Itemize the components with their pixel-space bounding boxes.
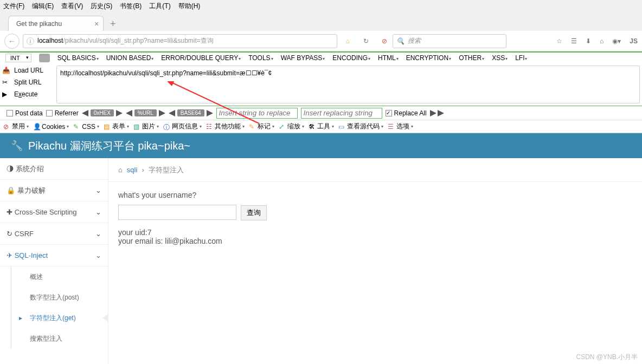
- insert-replace[interactable]: [301, 108, 382, 119]
- dev-cookies[interactable]: 👤Cookies: [32, 123, 70, 131]
- info-icon[interactable]: i: [27, 37, 34, 45]
- menu-history[interactable]: 历史(S): [91, 2, 112, 11]
- hackbar-bottom: Post data Referrer 0xHEX %URL BASE64 Rep…: [0, 106, 642, 120]
- menu-file[interactable]: 文件(F): [3, 2, 24, 11]
- hb-encoding[interactable]: ENCODING: [332, 54, 370, 62]
- dev-misc[interactable]: ☷其他功能: [205, 122, 246, 131]
- sidebar-intro[interactable]: ◑ 系统介绍: [0, 158, 108, 180]
- search-box[interactable]: 🔍 搜索: [393, 34, 506, 48]
- sidebar-csrf[interactable]: ↻ CSRF⌄: [0, 223, 108, 245]
- hb-error[interactable]: ERROR/DOUBLE QUERY: [161, 54, 241, 62]
- load-icon: 📥: [2, 67, 11, 74]
- hackbar-toolbar: INT SQL BASICS UNION BASED ERROR/DOUBLE …: [0, 51, 642, 63]
- dev-tools2[interactable]: 🛠工具: [307, 122, 335, 131]
- hb-load-url[interactable]: 📥Load URL: [2, 67, 52, 74]
- execute-icon: ▶: [2, 90, 11, 98]
- sidebar-sqli[interactable]: ✈ SQL-Inject⌄: [0, 245, 108, 266]
- hb-encryption[interactable]: ENCRYPTION: [406, 54, 451, 62]
- close-tab-icon[interactable]: ×: [94, 20, 99, 28]
- menu-help[interactable]: 帮助(H): [178, 2, 201, 11]
- hackbar-url-input[interactable]: http://localhost/pikachu/vul/sqli/sqli_s…: [56, 66, 640, 103]
- url-actions: ⌂ ↻ ⊘: [343, 37, 389, 45]
- home-icon[interactable]: ⌂: [118, 166, 123, 174]
- browser-tab[interactable]: Get the pikachu ×: [8, 16, 104, 31]
- dev-images[interactable]: ▧图片: [132, 122, 160, 131]
- chevron-down-icon: ⌄: [95, 186, 101, 194]
- pencil-icon: ✎: [73, 123, 81, 131]
- chevron-down-icon: ⌄: [95, 208, 101, 216]
- hb-html[interactable]: HTML: [378, 54, 399, 62]
- sub-string[interactable]: ▸字符型注入(get): [11, 308, 108, 328]
- bookmark-star-icon[interactable]: ☆: [556, 37, 562, 45]
- sub-search[interactable]: 搜索型注入: [11, 328, 108, 349]
- home2-icon[interactable]: ⌂: [600, 37, 604, 45]
- bc-sep: ›: [142, 166, 144, 174]
- url-box[interactable]: i localhost/pikachu/vul/sqli/sqli_str.ph…: [23, 34, 337, 48]
- search-icon: 🔍: [396, 37, 405, 45]
- hb-other[interactable]: OTHER: [459, 54, 484, 62]
- split-icon: ✂: [2, 79, 11, 86]
- source-icon: ▭: [338, 123, 346, 131]
- dev-forms[interactable]: ▤表单: [102, 122, 130, 131]
- hackbar-main: 📥Load URL ✂Split URL ▶Execute http://loc…: [0, 63, 642, 106]
- pikachu-title: Pikachu 漏洞练习平台 pika~pika~: [28, 139, 190, 153]
- hb-split-url[interactable]: ✂Split URL: [2, 79, 52, 86]
- tab-bar: Get the pikachu × +: [0, 12, 642, 31]
- sidebar: ◑ 系统介绍 🔒 暴力破解⌄ ✚ Cross-Site Scripting⌄ ↻…: [0, 158, 108, 364]
- dev-outline[interactable]: ✎标记: [248, 122, 275, 131]
- hackbar-db-icon[interactable]: [39, 54, 50, 62]
- hb-execute[interactable]: ▶Execute: [2, 90, 52, 98]
- hb-sqlbasics[interactable]: SQL BASICS: [57, 54, 99, 62]
- hb-xss[interactable]: XSS: [492, 54, 508, 62]
- url-convert[interactable]: %URL: [126, 109, 165, 116]
- options-icon: ☰: [388, 123, 395, 131]
- hb-tools[interactable]: TOOLS: [248, 54, 273, 62]
- url-text: localhost/pikachu/vul/sqli/sqli_str.php?…: [37, 36, 333, 46]
- home-icon[interactable]: ⌂: [343, 37, 352, 45]
- replace-go[interactable]: [430, 110, 444, 116]
- dev-css[interactable]: ✎CSS: [72, 123, 100, 131]
- hex-convert[interactable]: 0xHEX: [82, 109, 123, 116]
- dev-disable[interactable]: ⊘禁用: [2, 122, 30, 131]
- profile-icon[interactable]: ◉▾: [612, 37, 621, 45]
- sub-overview[interactable]: 概述: [11, 266, 108, 287]
- hackbar-select[interactable]: INT: [5, 54, 31, 62]
- query-button[interactable]: 查询: [241, 205, 267, 220]
- breadcrumb: ⌂ sqli › 字符型注入: [108, 158, 642, 182]
- dev-options[interactable]: ☰选项: [387, 122, 414, 131]
- marker-icon: ✎: [249, 123, 256, 131]
- back-button[interactable]: ←: [4, 34, 20, 49]
- hb-union[interactable]: UNION BASED: [106, 54, 154, 62]
- library-icon[interactable]: ☰: [571, 37, 577, 45]
- new-tab-button[interactable]: +: [105, 17, 121, 31]
- noscript-icon[interactable]: ⊘: [380, 37, 389, 45]
- insert-find[interactable]: [216, 108, 298, 119]
- chk-referrer[interactable]: Referrer: [46, 109, 79, 117]
- js-toggle[interactable]: JS: [630, 37, 638, 45]
- dev-pageinfo[interactable]: ⓘ网页信息: [162, 122, 203, 131]
- b64-convert[interactable]: BASE64: [169, 109, 213, 116]
- resize-icon: ⤢: [279, 123, 286, 131]
- menu-bookmark[interactable]: 书签(B): [120, 2, 142, 11]
- download-icon[interactable]: ⬇: [586, 37, 591, 45]
- reload-icon[interactable]: ↻: [361, 37, 371, 45]
- menu-edit[interactable]: 编辑(E): [32, 2, 54, 11]
- sidebar-brute[interactable]: 🔒 暴力破解⌄: [0, 180, 108, 202]
- misc-icon: ☷: [206, 123, 214, 131]
- username-input[interactable]: [118, 205, 236, 220]
- menu-view[interactable]: 查看(V): [61, 2, 83, 11]
- menu-bar: 文件(F) 编辑(E) 查看(V) 历史(S) 书签(B) 工具(T) 帮助(H…: [0, 0, 642, 12]
- chk-postdata[interactable]: Post data: [7, 109, 43, 117]
- bc-sqli[interactable]: sqli: [127, 166, 138, 174]
- hb-lfi[interactable]: LFI: [515, 54, 527, 62]
- watermark: CSDN @YNB.小月半: [576, 353, 638, 362]
- sub-numeric[interactable]: 数字型注入(post): [11, 287, 108, 308]
- dev-source[interactable]: ▭查看源代码: [337, 122, 384, 131]
- sidebar-xss[interactable]: ✚ Cross-Site Scripting⌄: [0, 202, 108, 223]
- dev-resize[interactable]: ⤢缩放: [278, 122, 305, 131]
- chk-replaceall[interactable]: Replace All: [386, 109, 427, 117]
- menu-tools[interactable]: 工具(T): [149, 2, 170, 11]
- result-uid: your uid:7: [118, 228, 632, 237]
- hb-waf[interactable]: WAF BYPASS: [281, 54, 325, 62]
- bc-current: 字符型注入: [149, 165, 184, 175]
